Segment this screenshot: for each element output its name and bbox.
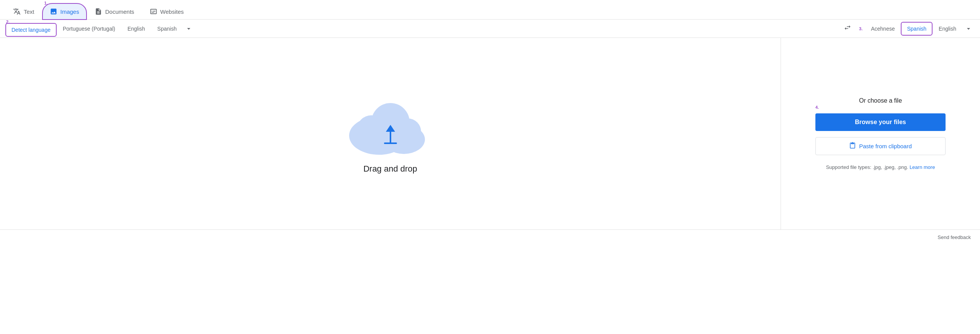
doc-icon [95, 8, 102, 15]
spanish-source-btn[interactable]: Spanish [152, 23, 182, 35]
tab-websites[interactable]: Websites [143, 4, 191, 19]
clipboard-icon [849, 142, 856, 150]
step4-annotation: 4. [815, 105, 819, 110]
tab-images[interactable]: 1. Images [43, 4, 86, 19]
swap-languages-btn[interactable] [836, 21, 859, 36]
tab-websites-label: Websites [160, 8, 184, 15]
send-feedback-link[interactable]: Send feedback [938, 234, 971, 240]
browse-files-btn[interactable]: Browse your files [815, 113, 946, 131]
or-choose-label: Or choose a file [859, 97, 902, 104]
footer: Send feedback [0, 229, 980, 245]
cloud-upload-icon [348, 93, 433, 155]
drop-zone[interactable]: Drag and drop [0, 38, 781, 229]
target-language-group: 3. Acehnese Spanish English [859, 22, 974, 36]
portuguese-btn[interactable]: Portuguese (Portugal) [57, 23, 121, 35]
source-lang-dropdown-btn[interactable] [183, 22, 194, 36]
acehnese-btn[interactable]: Acehnese [866, 23, 900, 35]
tab-documents[interactable]: Documents [88, 4, 141, 19]
web-icon [150, 8, 157, 15]
learn-more-link[interactable]: Learn more [910, 164, 935, 170]
step1-label: 1. [44, 1, 48, 5]
language-bar: 2. Detect language Portuguese (Portugal)… [0, 20, 980, 38]
tab-images-label: Images [60, 8, 79, 15]
detect-language-btn[interactable]: Detect language [6, 24, 56, 36]
step2-annotation: 2. [6, 20, 10, 24]
image-icon [50, 8, 57, 15]
english-source-btn[interactable]: English [122, 23, 150, 35]
tab-bar: Text 1. Images Documents Websites [0, 0, 980, 20]
paste-label: Paste from clipboard [859, 143, 912, 149]
text-icon [13, 8, 21, 15]
tab-text[interactable]: Text [6, 4, 41, 19]
tab-documents-label: Documents [105, 8, 134, 15]
right-panel: Or choose a file 4. Browse your files Pa… [781, 38, 980, 229]
paste-clipboard-btn[interactable]: Paste from clipboard [815, 137, 946, 155]
supported-types-text: Supported file types: .jpg, .jpeg, .png.… [826, 164, 935, 170]
source-language-group: Detect language Portuguese (Portugal) En… [6, 21, 836, 36]
drag-drop-label: Drag and drop [363, 164, 417, 174]
spanish-target-btn[interactable]: Spanish [902, 23, 932, 35]
step3-annotation: 3. [859, 26, 862, 31]
target-lang-dropdown-btn[interactable] [963, 22, 974, 36]
main-content: Drag and drop Or choose a file 4. Browse… [0, 38, 980, 229]
english-target-btn[interactable]: English [933, 23, 962, 35]
arrow-annotation [942, 130, 980, 176]
tab-text-label: Text [24, 8, 34, 15]
